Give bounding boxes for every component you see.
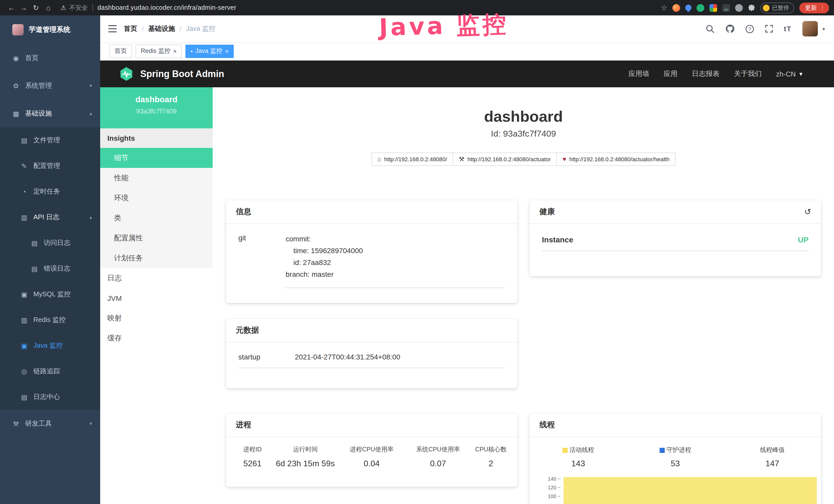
sba-item-environment[interactable]: 环境: [100, 188, 213, 208]
stat-label: 系统CPU使用率: [405, 445, 470, 454]
sidebar-item-infrastructure[interactable]: ▦ 基础设施 ▴: [0, 100, 100, 127]
sba-nav-applications[interactable]: 应用: [663, 69, 677, 78]
browser-update-button[interactable]: 更新 ⋮: [799, 2, 829, 13]
sba-nav-language[interactable]: zh-CN ▾: [776, 70, 803, 78]
drop-extension-icon[interactable]: [684, 3, 693, 12]
close-icon[interactable]: ×: [173, 48, 177, 54]
yellow-swatch-icon: [562, 448, 567, 453]
sba-item-logs[interactable]: 日志: [100, 268, 213, 288]
site-security-chip[interactable]: ⚠ 不安全: [61, 3, 88, 12]
legend-value: 147: [724, 459, 821, 468]
chevron-down-icon: ▾: [90, 421, 92, 426]
sba-item-caches[interactable]: 缓存: [100, 328, 213, 348]
home-icon[interactable]: ⌂: [42, 1, 54, 15]
java-monitor-icon: ▣: [20, 342, 29, 349]
sba-item-jvm[interactable]: JVM: [100, 288, 213, 308]
metadata-key: startup: [238, 353, 295, 361]
sidebar-item-access-logs[interactable]: ▤ 访问日志: [0, 230, 100, 256]
tab-label: Redis 监控: [141, 47, 171, 55]
health-url-link[interactable]: ♥ http://192.168.0.2:48080/actuator/heal…: [556, 153, 676, 166]
sba-nav-journal[interactable]: 日志报表: [692, 69, 720, 78]
sidebar-item-label: MySQL 监控: [34, 290, 71, 299]
home-link-icon: ⌂: [377, 156, 381, 163]
close-icon[interactable]: ×: [225, 48, 228, 54]
history-icon[interactable]: ↺: [804, 207, 811, 217]
app-logo[interactable]: 芋道管理系统: [0, 16, 100, 44]
sidebar-item-file-management[interactable]: ▤ 文件管理: [0, 127, 100, 153]
search-icon[interactable]: [706, 24, 715, 33]
link-label: http://192.168.0.2:48080/actuator: [467, 156, 551, 162]
breadcrumb-infrastructure[interactable]: 基础设施: [148, 24, 175, 33]
access-log-icon: ▤: [30, 239, 39, 247]
on-switch-extension-icon[interactable]: on: [722, 4, 730, 12]
actuator-url-link[interactable]: ⚒ http://192.168.0.2:48080/actuator: [453, 153, 557, 166]
link-label: http://192.168.0.2:48080/actuator/health: [569, 156, 670, 162]
sba-item-performance[interactable]: 性能: [100, 168, 213, 188]
github-icon[interactable]: [725, 24, 734, 33]
sba-nav: 应用墙 应用 日志报表 关于我们 zh-CN ▾: [628, 69, 834, 78]
profile-paused-chip[interactable]: 已暂停: [760, 2, 794, 13]
git-commit-time: time: 1596289704000: [286, 245, 505, 257]
instance-title: dashboard: [213, 108, 834, 125]
sidebar-item-api-logs[interactable]: ▥ API 日志 ▴: [0, 204, 100, 230]
breadcrumb-current: Java 监控: [186, 24, 216, 33]
tab-home[interactable]: 首页: [109, 44, 132, 58]
tab-java-monitor[interactable]: ● Java 监控 ×: [185, 44, 234, 58]
help-icon[interactable]: ?: [745, 24, 754, 33]
back-icon[interactable]: ←: [5, 1, 18, 15]
sidebar-item-mysql-monitor[interactable]: ▣ MySQL 监控: [0, 281, 100, 307]
monitor-icon: ▦: [11, 110, 21, 117]
fullscreen-icon[interactable]: [765, 25, 773, 33]
browser-toolbar: ← → ↻ ⌂ ⚠ 不安全 dashboard.yudao.iocoder.cn…: [0, 0, 834, 16]
sidebar-item-scheduled-tasks[interactable]: ◔ 定时任务: [0, 179, 100, 204]
sidebar-item-config-management[interactable]: ✎ 配置管理: [0, 153, 100, 179]
sba-item-mappings[interactable]: 映射: [100, 308, 213, 328]
legend-value: 53: [627, 459, 724, 468]
sidebar-item-home[interactable]: ◉ 首页: [0, 44, 100, 72]
font-size-icon[interactable]: tT: [784, 25, 792, 33]
grid-extension-icon[interactable]: [709, 4, 717, 12]
infrastructure-submenu: ▤ 文件管理 ✎ 配置管理 ◔ 定时任务 ▥ API 日志 ▴ ▤ 访问日志 ▤: [0, 127, 100, 410]
tab-redis-monitor[interactable]: Redis 监控 ×: [136, 44, 182, 58]
sidebar-item-tracing[interactable]: ◎ 链路追踪: [0, 359, 100, 384]
log-center-icon: ▤: [20, 393, 29, 401]
stat-value: 0.07: [405, 459, 470, 468]
sidebar-item-error-logs[interactable]: ▤ 错误日志: [0, 256, 100, 281]
sba-item-classes[interactable]: 类: [100, 208, 213, 228]
app-sidebar: 芋道管理系统 ◉ 首页 ⚙ 系统管理 ▾ ▦ 基础设施 ▴ ▤ 文件管理 ✎ 配…: [0, 16, 100, 504]
sba-item-scheduled-tasks[interactable]: 计划任务: [100, 248, 213, 268]
address-bar-url[interactable]: dashboard.yudao.iocoder.cn/infra/admin-s…: [97, 4, 237, 11]
user-avatar[interactable]: [803, 21, 818, 37]
reload-icon[interactable]: ↻: [30, 1, 42, 15]
sidebar-item-system[interactable]: ⚙ 系统管理 ▾: [0, 72, 100, 100]
sba-nav-about[interactable]: 关于我们: [734, 69, 762, 78]
paused-label: 已暂停: [772, 4, 789, 12]
sba-instance-id: 93a3fc7f7409: [100, 107, 213, 115]
extensions-puzzle-icon[interactable]: [748, 4, 755, 11]
tools-icon: ⚒: [11, 420, 21, 428]
fox-extension-icon[interactable]: [673, 4, 680, 12]
user-caret-down-icon[interactable]: ▾: [822, 26, 825, 31]
bookmark-star-icon[interactable]: ☆: [661, 4, 667, 12]
breadcrumb-home[interactable]: 首页: [124, 24, 137, 33]
browser-menu-icon[interactable]: ⋮: [819, 4, 826, 11]
forward-icon[interactable]: →: [18, 1, 30, 15]
tab-label: Java 监控: [195, 47, 222, 55]
health-instance-row: Instance UP: [542, 233, 809, 251]
sba-item-config-props[interactable]: 配置属性: [100, 228, 213, 248]
chevron-up-icon: ▴: [90, 215, 92, 220]
app-logo-avatar: [12, 24, 24, 36]
sidebar-item-dev-tools[interactable]: ⚒ 研发工具 ▾: [0, 410, 100, 437]
sba-nav-wallboard[interactable]: 应用墙: [628, 69, 649, 78]
sba-instance-block[interactable]: dashboard 93a3fc7f7409: [100, 87, 213, 129]
stat-value: 2: [470, 459, 511, 468]
sidebar-item-redis-monitor[interactable]: ▥ Redis 监控: [0, 307, 100, 333]
green-extension-icon[interactable]: [697, 4, 704, 12]
gray-extension-icon[interactable]: [735, 4, 743, 12]
security-label: 不安全: [69, 3, 88, 12]
sidebar-item-log-center[interactable]: ▤ 日志中心: [0, 384, 100, 410]
sidebar-item-java-monitor[interactable]: ▣ Java 监控: [0, 333, 100, 359]
hamburger-icon[interactable]: [100, 25, 124, 32]
sba-item-details[interactable]: 细节: [100, 148, 213, 168]
service-url-link[interactable]: ⌂ http://192.168.0.2:48080/: [371, 153, 453, 166]
